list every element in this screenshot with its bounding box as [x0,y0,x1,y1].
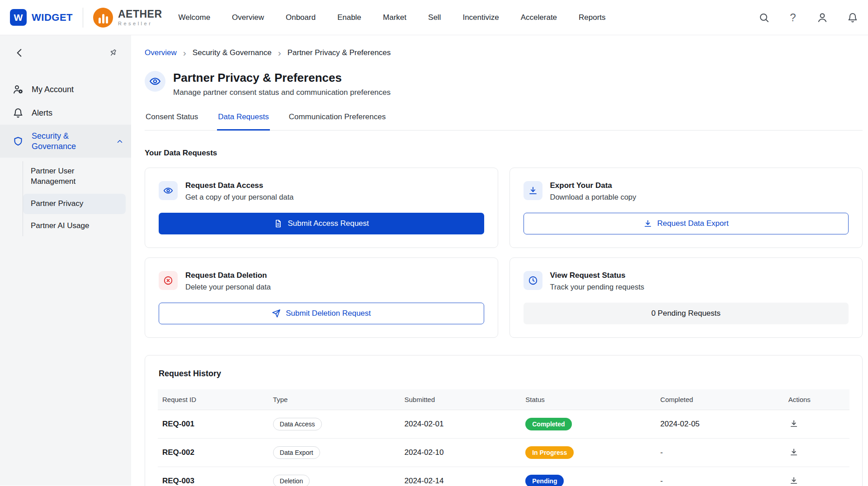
breadcrumb-security-governance[interactable]: Security & Governance [193,48,272,57]
sidebar-subitem-partner-privacy[interactable]: Partner Privacy [23,194,126,214]
breadcrumb-separator: › [278,48,281,57]
primary-nav: Welcome Overview Onboard Enable Market S… [179,13,606,22]
card-title: Export Your Data [550,181,637,190]
request-history-title: Request History [159,369,849,379]
widget-brand-name: WIDGET [32,12,73,23]
main-content: Overview › Security & Governance › Partn… [131,35,868,486]
sidebar-subnav: Partner User Management Partner Privacy … [23,161,131,236]
help-icon[interactable]: ? [788,11,797,24]
request-id-cell: REQ-003 [158,467,269,486]
type-chip: Data Access [273,418,322,430]
table-row: REQ-002 Data Export 2024-02-10 In Progre… [158,439,849,467]
aether-logo-icon [93,8,113,28]
type-chip: Data Export [273,446,320,459]
request-data-export-button[interactable]: Request Data Export [524,213,849,234]
send-icon [272,309,281,318]
card-description: Track your pending requests [550,283,645,291]
back-arrow-icon[interactable] [14,47,25,59]
request-id-cell: REQ-001 [158,410,269,439]
nav-item-overview[interactable]: Overview [232,13,264,22]
nav-item-onboard[interactable]: Onboard [286,13,316,22]
eye-icon [159,181,178,200]
sidebar-item-label: My Account [32,84,74,95]
table-row: REQ-001 Data Access 2024-02-01 Completed… [158,410,849,439]
brand-divider [83,8,83,28]
column-header-actions: Actions [784,389,849,410]
sidebar: My Account Alerts Security & Governance … [0,35,131,486]
submit-deletion-request-button[interactable]: Submit Deletion Request [159,303,484,324]
request-data-deletion-card: Request Data Deletion Delete your person… [145,257,498,338]
page-header: Partner Privacy & Preferences Manage par… [145,71,863,97]
submitted-cell: 2024-02-14 [400,467,521,486]
widget-logo: W [10,9,27,26]
user-gear-icon [13,84,24,95]
breadcrumb-separator: › [183,48,186,57]
nav-item-accelerate[interactable]: Accelerate [521,13,557,22]
type-chip: Deletion [273,475,310,486]
bell-icon [13,107,24,118]
chevron-up-icon [116,137,124,145]
pending-requests-status: 0 Pending Requests [524,303,849,324]
status-badge: Pending [525,475,564,486]
sidebar-item-security-governance[interactable]: Security & Governance [0,125,131,158]
card-description: Get a copy of your personal data [185,193,293,201]
request-data-access-card: Request Data Access Get a copy of your p… [145,168,498,248]
view-request-status-card: View Request Status Track your pending r… [509,257,863,338]
download-icon [643,219,652,228]
column-header-completed: Completed [656,389,784,410]
nav-item-market[interactable]: Market [383,13,406,22]
card-title: View Request Status [550,271,645,280]
export-your-data-card: Export Your Data Download a portable cop… [509,168,863,248]
download-icon[interactable] [788,447,799,458]
tab-consent-status[interactable]: Consent Status [145,112,199,130]
file-text-icon [274,219,283,228]
submit-access-request-button[interactable]: Submit Access Request [159,213,484,234]
tab-communication-preferences[interactable]: Communication Preferences [288,112,387,130]
tab-bar: Consent Status Data Requests Communicati… [145,112,863,131]
topbar-actions: ? [759,11,858,24]
breadcrumb-overview[interactable]: Overview [145,48,177,57]
notifications-bell-icon[interactable] [847,12,858,23]
nav-item-sell[interactable]: Sell [428,13,441,22]
download-icon[interactable] [788,418,799,429]
sidebar-item-alerts[interactable]: Alerts [0,101,131,125]
breadcrumb: Overview › Security & Governance › Partn… [145,48,863,57]
card-description: Download a portable copy [550,193,637,201]
widget-brand: W WIDGET [10,9,73,26]
sidebar-item-my-account[interactable]: My Account [0,78,131,101]
button-label: Submit Deletion Request [286,309,371,318]
nav-item-incentivize[interactable]: Incentivize [462,13,499,22]
column-header-submitted: Submitted [400,389,521,410]
page-title: Partner Privacy & Preferences [173,71,391,85]
search-icon[interactable] [759,12,769,23]
request-history-card: Request History Request ID Type Submitte… [145,355,863,486]
pin-icon[interactable] [107,47,119,59]
sidebar-item-label: Alerts [32,108,52,118]
nav-item-reports[interactable]: Reports [579,13,606,22]
sidebar-nav: My Account Alerts Security & Governance … [0,78,131,236]
submitted-cell: 2024-02-01 [400,410,521,439]
user-icon[interactable] [816,12,828,23]
nav-item-welcome[interactable]: Welcome [179,13,211,22]
tab-data-requests[interactable]: Data Requests [217,112,269,131]
download-icon[interactable] [788,475,799,486]
card-title: Request Data Deletion [185,271,271,280]
button-label: Submit Access Request [288,219,369,228]
sidebar-subitem-partner-ai-usage[interactable]: Partner AI Usage [23,216,126,236]
nav-item-enable[interactable]: Enable [337,13,361,22]
column-header-type: Type [269,389,400,410]
x-circle-icon [159,271,178,290]
column-header-status: Status [521,389,656,410]
submitted-cell: 2024-02-10 [400,439,521,467]
status-badge: Completed [525,418,571,430]
sidebar-subitem-partner-user-management[interactable]: Partner User Management [23,161,126,192]
button-label: Request Data Export [657,219,729,228]
completed-cell: 2024-02-05 [656,410,784,439]
section-title: Your Data Requests [145,149,863,158]
page-subtitle: Manage partner consent status and commun… [173,88,391,97]
shield-icon [13,136,24,147]
card-description: Delete your personal data [185,283,271,291]
table-header-row: Request ID Type Submitted Status Complet… [158,389,849,410]
aether-brand-name: AETHER [118,9,162,19]
eye-icon [145,71,165,92]
